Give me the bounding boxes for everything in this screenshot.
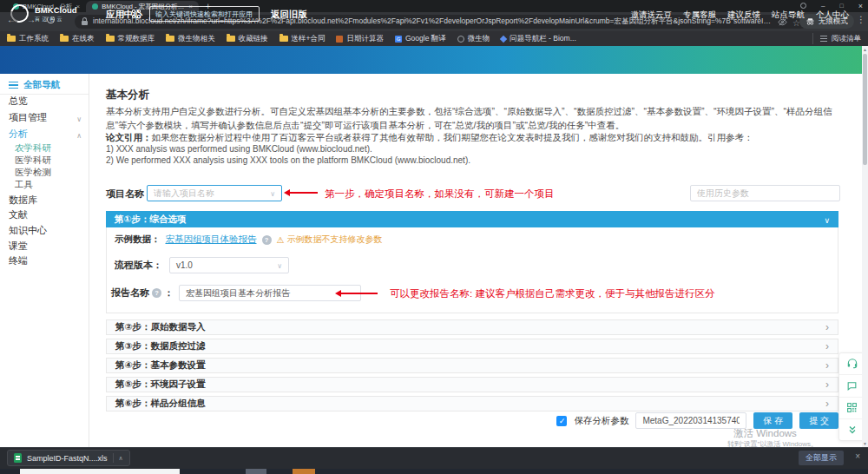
report-name-input[interactable]: [179, 285, 361, 301]
pipeline-version-label: 流程版本：: [115, 259, 162, 272]
scrollbar-up-arrow[interactable]: [862, 46, 868, 53]
header-link-profile[interactable]: 个人中心: [816, 10, 849, 21]
report-name-row: 报告名称 ：: [111, 285, 361, 301]
warning-icon: [277, 235, 285, 245]
calculator-icon: [336, 36, 343, 43]
sample-data-row: 示例数据： 宏基因组项目体验报告 示例数据不支持修改参数: [115, 234, 382, 246]
step6-header[interactable]: 第⑥步：样品分组信息: [106, 396, 838, 411]
chevron-up-icon: [76, 129, 82, 140]
extension-icon[interactable]: [800, 3, 806, 9]
pipeline-version-row: 流程版本： v1.0: [115, 257, 289, 273]
save-params-label: 保存分析参数: [574, 415, 628, 427]
maximize-button[interactable]: [840, 2, 844, 10]
close-shelf-icon[interactable]: [855, 451, 860, 461]
citation-text: 如果您在数据分析过程中使用了百迈客云平台或者获得了其他有效帮助，我们期望您在论文…: [152, 132, 753, 142]
param-name-input[interactable]: [635, 412, 746, 429]
header-links: 邀请送云豆 专属客服 建议反馈 站点导航 个人中心: [631, 10, 850, 21]
sidebar-item-database[interactable]: 数据库: [9, 194, 82, 207]
download-item[interactable]: SampleID-FastqN....xls: [7, 450, 130, 466]
chevron-down-icon: [277, 260, 282, 270]
step1-title: 第①步：综合选项: [115, 214, 186, 226]
bookmark-folder[interactable]: 常规数据库: [106, 34, 155, 44]
header-link-support[interactable]: 专属客服: [683, 10, 716, 21]
customer-service-icon[interactable]: [839, 353, 865, 374]
history-params-input[interactable]: [690, 185, 840, 201]
download-filename: SampleID-FastqN....xls: [27, 454, 108, 463]
submit-button[interactable]: 提 交: [799, 412, 838, 429]
sidebar-item-knowledge-center[interactable]: 知识中心: [9, 224, 82, 237]
lock-icon[interactable]: [82, 21, 88, 25]
reading-list-button[interactable]: 阅读清单: [812, 33, 861, 44]
step1-annotation: 第一步，确定项目名称，如果没有，可新建一个项目: [325, 188, 555, 201]
browser-menu-icon[interactable]: [857, 15, 865, 24]
report-name-label: 报告名称 ：: [111, 286, 174, 300]
step1-header[interactable]: 第①步：综合选项: [106, 211, 838, 227]
folder-icon: [227, 36, 235, 42]
sidebar-item-project-management[interactable]: 项目管理: [9, 111, 82, 124]
sidebar-item-analysis[interactable]: 分析: [9, 128, 82, 141]
download-menu-caret-icon[interactable]: [113, 453, 123, 463]
step5-header[interactable]: 第⑤步：环境因子设置: [106, 377, 838, 392]
chevron-right-icon: [825, 321, 829, 333]
sidebar-item-terminal[interactable]: 终端: [9, 254, 82, 267]
close-button[interactable]: [858, 2, 863, 10]
screen: BMKCloud - 分析 BMKCloud - 宏基因组分析平台 intern…: [0, 0, 868, 474]
bookmark-folder[interactable]: 送样+合同: [279, 34, 326, 44]
taskbar-window-fragment: [293, 469, 315, 474]
step4-header[interactable]: 第④步：基本参数设置: [106, 358, 838, 373]
chevron-right-icon: [825, 340, 829, 352]
all-nav-toggle[interactable]: 全部导航: [9, 79, 60, 91]
qr-code-icon[interactable]: [839, 397, 865, 418]
help-icon[interactable]: [262, 235, 272, 245]
sidebar-item-classroom[interactable]: 课堂: [9, 240, 82, 253]
folder-icon: [106, 36, 115, 42]
chevron-down-icon: [76, 113, 82, 123]
app-search-input[interactable]: [149, 6, 260, 22]
step2-header[interactable]: 第②步：原始数据导入: [106, 319, 838, 335]
step3-header[interactable]: 第③步：数据质控过滤: [106, 339, 838, 354]
header-link-feedback[interactable]: 建议反馈: [727, 10, 760, 21]
project-name-placeholder: 请输入项目名称: [154, 188, 214, 200]
annotation-arrow-line: [340, 293, 378, 294]
help-icon[interactable]: [152, 288, 161, 298]
sample-report-link[interactable]: 宏基因组项目体验报告: [166, 234, 257, 246]
bookmark-folder[interactable]: 工作系统: [7, 34, 49, 44]
bookmark-folder[interactable]: 收藏链接: [227, 34, 268, 44]
apps-grid-icon[interactable]: [132, 10, 141, 18]
bookmark-item[interactable]: 日期计算器: [336, 34, 384, 44]
sample-warning: 示例数据不支持修改参数: [277, 234, 383, 246]
save-params-checkbox[interactable]: [556, 416, 567, 426]
folder-icon: [279, 36, 288, 42]
show-all-downloads-button[interactable]: 全部显示: [799, 451, 844, 465]
sample-data-label: 示例数据：: [115, 234, 161, 246]
header-link-invite[interactable]: 邀请送云豆: [631, 10, 673, 21]
citation-example-2: 2) We performed XXX analysis using XXX t…: [106, 155, 470, 165]
sidebar-item-tools[interactable]: 工具: [15, 179, 88, 191]
google-translate-icon: [395, 36, 402, 43]
collapse-double-chevron-icon[interactable]: [839, 418, 865, 440]
bookmark-folder[interactable]: 微生物相关: [166, 34, 215, 44]
project-name-select[interactable]: 请输入项目名称: [147, 185, 282, 201]
hamburger-icon: [9, 82, 18, 89]
chevron-down-icon: [824, 214, 830, 225]
sidebar-item-overview[interactable]: 总览: [9, 95, 82, 108]
pipeline-version-select[interactable]: v1.0: [169, 257, 289, 273]
sidebar-item-agriculture-research[interactable]: 农学科研: [15, 142, 88, 155]
bookmark-item[interactable]: 问题导航栏 - Biom...: [501, 34, 576, 44]
page-title: 基本分析: [106, 88, 149, 102]
scrollbar-thumb[interactable]: [863, 54, 867, 165]
bookmark-item[interactable]: Google 翻译: [395, 34, 446, 44]
back-to-old-version-button[interactable]: 返回旧版: [271, 9, 307, 21]
globe-icon: [457, 36, 464, 43]
scrollbar-down-arrow[interactable]: [862, 440, 868, 447]
sidebar-item-medical-testing[interactable]: 医学检测: [15, 167, 88, 179]
minimize-button[interactable]: [821, 2, 825, 10]
sidebar-item-medical-research[interactable]: 医学科研: [15, 155, 88, 167]
bookmark-item[interactable]: 微生物: [457, 34, 490, 44]
header-link-sitemap[interactable]: 站点导航: [772, 10, 805, 21]
chat-icon[interactable]: [839, 374, 865, 396]
sidebar-item-literature[interactable]: 文献: [9, 208, 82, 221]
bookmark-folder[interactable]: 在线表: [60, 34, 95, 44]
chevron-right-icon: [825, 398, 829, 410]
excel-file-icon: [14, 453, 22, 463]
